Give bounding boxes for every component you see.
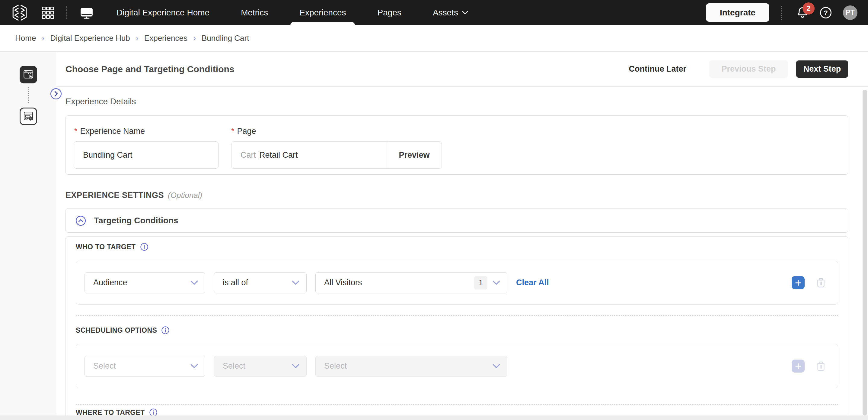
experience-settings-title: EXPERIENCE SETTINGS bbox=[65, 191, 164, 200]
stepper-connector bbox=[28, 87, 29, 103]
app-window: Digital Experience Home Metrics Experien… bbox=[0, 0, 868, 420]
chevron-down-icon bbox=[190, 364, 198, 369]
step-page-targeting[interactable] bbox=[20, 66, 37, 83]
breadcrumb-current-page: Bundling Cart bbox=[202, 33, 249, 43]
section-divider bbox=[76, 404, 838, 405]
trash-icon bbox=[815, 360, 827, 372]
add-schedule-button-disabled[interactable] bbox=[792, 360, 805, 372]
nav-link-assets[interactable]: Assets bbox=[433, 7, 468, 18]
required-marker: * bbox=[74, 127, 78, 136]
audience-type-dropdown[interactable]: Audience bbox=[85, 272, 205, 293]
page-input[interactable]: Cart Retail Cart bbox=[231, 142, 387, 168]
nav-link-experiences[interactable]: Experiences bbox=[300, 7, 346, 18]
nav-link-metrics[interactable]: Metrics bbox=[241, 7, 268, 18]
step-experience-setup[interactable] bbox=[20, 108, 37, 125]
nav-divider bbox=[66, 6, 67, 19]
chevron-down-icon bbox=[492, 280, 500, 285]
breadcrumb-separator: › bbox=[193, 33, 196, 43]
plus-icon bbox=[794, 279, 802, 287]
targeting-conditions-body: WHO TO TARGET Audience is all of All bbox=[65, 236, 848, 420]
browser-gear-icon bbox=[22, 110, 34, 122]
sidebar-expand-button[interactable] bbox=[50, 88, 62, 100]
schedule-value-placeholder: Select bbox=[324, 361, 347, 371]
page-title: Choose Page and Targeting Conditions bbox=[65, 64, 234, 74]
audience-type-value: Audience bbox=[93, 278, 127, 287]
help-icon[interactable]: ? bbox=[819, 6, 832, 19]
bell-icon[interactable]: 2 bbox=[796, 6, 809, 19]
who-to-target-text: WHO TO TARGET bbox=[76, 243, 136, 251]
experience-name-label: * Experience Name bbox=[74, 127, 145, 136]
delete-schedule-button-disabled[interactable] bbox=[815, 360, 827, 372]
targeting-conditions-accordion[interactable]: Targeting Conditions bbox=[65, 208, 848, 233]
nav-right-cluster: Integrate 2 ? PT bbox=[706, 3, 858, 22]
page-input-group: Cart Retail Cart Preview bbox=[231, 141, 442, 169]
audience-value-right: 1 bbox=[474, 276, 500, 289]
svg-text:?: ? bbox=[824, 9, 828, 17]
avatar[interactable]: PT bbox=[843, 5, 858, 20]
vertical-scrollbar-thumb[interactable] bbox=[863, 90, 867, 416]
targeting-conditions-title: Targeting Conditions bbox=[94, 216, 178, 225]
experience-settings-heading: EXPERIENCE SETTINGS (Optional) bbox=[65, 191, 202, 200]
next-step-button[interactable]: Next Step bbox=[796, 60, 848, 78]
audience-condition-row: Audience is all of All Visitors 1 Clear … bbox=[76, 261, 838, 305]
page-label: * Page bbox=[231, 127, 256, 136]
nav-link-pages[interactable]: Pages bbox=[377, 7, 401, 18]
who-to-target-label: WHO TO TARGET bbox=[76, 243, 149, 251]
schedule-type-select[interactable]: Select bbox=[85, 356, 205, 377]
schedule-operator-placeholder: Select bbox=[223, 361, 245, 371]
chevron-down-icon bbox=[492, 364, 500, 369]
chevron-right-circle-icon bbox=[50, 88, 62, 100]
audience-value-text: All Visitors bbox=[324, 278, 362, 287]
who-row-actions bbox=[792, 276, 827, 289]
viewport-bottom-edge bbox=[0, 416, 868, 420]
add-condition-button[interactable] bbox=[792, 276, 805, 289]
integrate-button[interactable]: Integrate bbox=[706, 3, 769, 22]
hexagon-logo[interactable] bbox=[11, 4, 28, 22]
schedule-value-select[interactable]: Select bbox=[315, 356, 507, 377]
nav-link-digital-experience-home[interactable]: Digital Experience Home bbox=[117, 7, 210, 18]
scheduling-condition-row: Select Select Select bbox=[76, 344, 838, 388]
clear-all-link[interactable]: Clear All bbox=[516, 278, 549, 287]
audience-value-dropdown[interactable]: All Visitors 1 bbox=[315, 272, 507, 293]
experience-name-input[interactable]: Bundling Cart bbox=[74, 141, 218, 169]
breadcrumb-separator: › bbox=[42, 33, 44, 43]
plus-icon bbox=[794, 362, 802, 370]
info-icon[interactable] bbox=[161, 326, 169, 335]
info-icon[interactable] bbox=[140, 243, 149, 251]
operator-dropdown[interactable]: is all of bbox=[214, 272, 307, 293]
breadcrumb-separator: › bbox=[136, 33, 138, 43]
notification-badge: 2 bbox=[803, 2, 814, 15]
delete-condition-button[interactable] bbox=[815, 277, 827, 289]
experience-name-label-text: Experience Name bbox=[80, 127, 145, 136]
main-content: Choose Page and Targeting Conditions Con… bbox=[56, 52, 868, 420]
wizard-actions: Continue Later Previous Step Next Step bbox=[629, 60, 848, 78]
chevron-down-icon bbox=[291, 364, 300, 369]
previous-step-button[interactable]: Previous Step bbox=[709, 60, 788, 78]
nav-link-assets-label: Assets bbox=[433, 7, 458, 18]
scheduling-row-actions bbox=[792, 360, 827, 372]
operator-value: is all of bbox=[223, 278, 248, 287]
app-grid-icon[interactable] bbox=[42, 6, 54, 19]
breadcrumb-home[interactable]: Home bbox=[15, 33, 36, 43]
scheduling-options-text: SCHEDULING OPTIONS bbox=[76, 326, 157, 335]
optional-note: (Optional) bbox=[168, 191, 202, 200]
page-label-text: Page bbox=[237, 127, 256, 136]
continue-later-button[interactable]: Continue Later bbox=[629, 64, 686, 74]
top-nav: Digital Experience Home Metrics Experien… bbox=[0, 0, 868, 25]
chevron-up-circle-icon[interactable] bbox=[75, 216, 86, 226]
experience-details-card: * Experience Name * Page Bundling Cart C… bbox=[65, 115, 848, 175]
experience-details-title: Experience Details bbox=[65, 97, 136, 106]
schedule-operator-select[interactable]: Select bbox=[214, 356, 307, 377]
schedule-type-placeholder: Select bbox=[93, 361, 116, 371]
monitor-icon[interactable] bbox=[80, 6, 94, 20]
preview-button[interactable]: Preview bbox=[387, 142, 441, 168]
breadcrumb-experiences[interactable]: Experiences bbox=[144, 33, 187, 43]
nav-links: Digital Experience Home Metrics Experien… bbox=[117, 7, 468, 18]
nav-divider-dotted bbox=[781, 6, 782, 20]
stepper-sidebar bbox=[0, 52, 56, 420]
breadcrumb-digital-experience-hub[interactable]: Digital Experience Hub bbox=[50, 33, 130, 43]
chevron-down-icon bbox=[291, 280, 300, 285]
scheduling-options-label: SCHEDULING OPTIONS bbox=[76, 326, 169, 335]
section-divider bbox=[76, 315, 838, 316]
browser-click-icon bbox=[22, 68, 35, 81]
